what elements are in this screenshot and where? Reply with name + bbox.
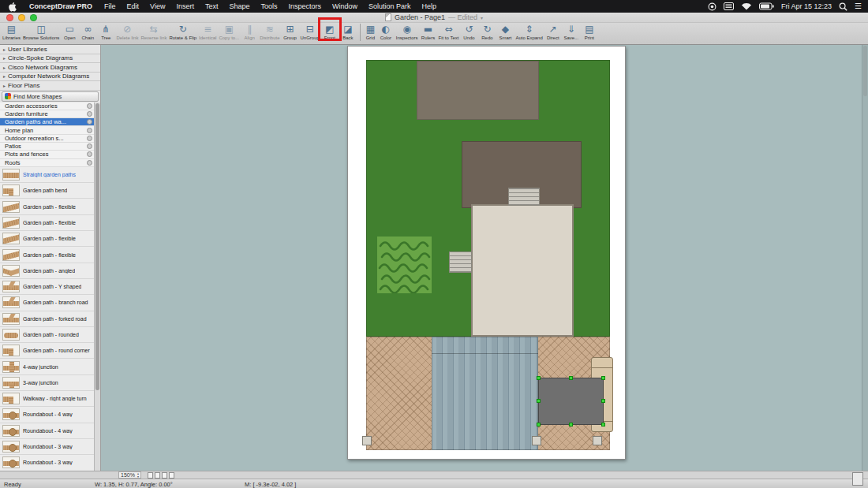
menubar-menu-item[interactable]: Shape: [223, 2, 255, 10]
reverse-link-button[interactable]: ⇆ Reverse link: [140, 24, 166, 41]
delete-link-button[interactable]: ⊘ Delete link: [116, 24, 138, 41]
page-nav-icon[interactable]: [148, 472, 153, 479]
shape-list-item[interactable]: Walkway - right angle turn: [0, 391, 100, 407]
library-list-item[interactable]: Garden paths and wa...: [0, 118, 100, 126]
library-info-icon[interactable]: [87, 136, 92, 141]
color-button[interactable]: ◐ Color: [378, 24, 394, 41]
wifi-icon[interactable]: [741, 2, 752, 10]
patio-post-shape[interactable]: [532, 436, 541, 445]
library-list-item[interactable]: Outdoor recreation s...: [0, 135, 100, 143]
menubar-menu-item[interactable]: Window: [327, 2, 363, 10]
fit-to-text-button[interactable]: ⇔ Fit to Text: [439, 24, 459, 41]
menubar-clock[interactable]: Fri Apr 15 12:23: [781, 2, 832, 10]
library-info-icon[interactable]: [87, 143, 92, 149]
title-chevron-icon[interactable]: ▾: [481, 15, 483, 20]
menubar-menu-item[interactable]: Text: [200, 2, 224, 10]
ungroup-button[interactable]: ⊟ UnGroup: [300, 24, 319, 41]
deck-shape[interactable]: [432, 337, 538, 450]
inspectors-button[interactable]: ◉ Inspectors: [396, 24, 418, 41]
apple-menu[interactable]: [6, 2, 23, 12]
zoom-window-button[interactable]: [30, 14, 37, 21]
building-shape[interactable]: [417, 61, 539, 120]
shape-list-item[interactable]: Garden path - flexible: [0, 247, 100, 263]
menubar-menu-item[interactable]: Solution Park: [363, 2, 417, 10]
disclosure-triangle-icon[interactable]: ▸: [3, 55, 6, 61]
shape-list-item[interactable]: Garden path - flexible: [0, 199, 100, 214]
library-category-row[interactable]: ▸ Computer Network Diagrams: [0, 73, 100, 82]
shape-list-item[interactable]: Garden path - Y shaped: [0, 279, 100, 295]
sidebar-scrollbar[interactable]: [94, 102, 100, 471]
find-more-shapes-button[interactable]: Find More Shapes: [2, 91, 99, 102]
group-button[interactable]: ⊞ Group: [282, 24, 297, 41]
shape-list-item[interactable]: Roundabout - 3 way: [0, 455, 100, 471]
redo-button[interactable]: ↻ Redo: [479, 24, 495, 41]
rotate-flip-button[interactable]: ↻ Rotate & Flip: [169, 24, 196, 41]
menubar-menu-item[interactable]: Edit: [122, 2, 145, 10]
library-info-icon[interactable]: [87, 111, 92, 117]
house-shape[interactable]: [471, 204, 574, 337]
zoom-decrease-icon[interactable]: ▾: [137, 475, 139, 479]
zoom-stepper[interactable]: ▴▾: [137, 472, 139, 479]
library-list-item[interactable]: Roofs: [0, 159, 100, 167]
selection-handle[interactable]: [569, 423, 573, 427]
document-proxy-icon[interactable]: [385, 13, 391, 21]
selection-handle[interactable]: [537, 376, 541, 380]
drawing-canvas[interactable]: [101, 45, 868, 471]
canvas-vertical-scrollbar[interactable]: [862, 45, 868, 471]
shape-list-item[interactable]: Garden path - branch road: [0, 295, 100, 311]
app-menu-title[interactable]: ConceptDraw PRO: [23, 2, 99, 10]
library-list-item[interactable]: Home plan: [0, 126, 100, 134]
disclosure-triangle-icon[interactable]: ▸: [3, 83, 6, 88]
canvas-horizontal-scrollbar[interactable]: [174, 471, 868, 479]
browse-solutions-button[interactable]: ◫ Browse Solutions: [23, 24, 59, 41]
disclosure-triangle-icon[interactable]: ▸: [3, 47, 6, 52]
grid-button[interactable]: ▦ Grid: [360, 24, 376, 41]
stairs-shape[interactable]: [449, 251, 472, 273]
shape-list-item[interactable]: 4-way junction: [0, 359, 100, 374]
shape-list-item[interactable]: Garden path - flexible: [0, 215, 100, 231]
library-category-row[interactable]: ▸ Circle-Spoke Diagrams: [0, 54, 100, 64]
library-list-item[interactable]: Garden furniture: [0, 110, 100, 118]
shape-list-item[interactable]: 3-way junction: [0, 375, 100, 391]
canvas-vertical-scrollbar-thumb[interactable]: [863, 46, 867, 96]
page-nav-icon[interactable]: [162, 472, 167, 479]
screen-record-icon[interactable]: [708, 2, 716, 11]
shape-list-item[interactable]: Garden path - forked road: [0, 311, 100, 327]
print-button[interactable]: ▤ Print: [582, 24, 597, 41]
spotlight-search-icon[interactable]: [839, 2, 847, 11]
shape-list-item[interactable]: Garden path - angled: [0, 263, 100, 279]
library-category-row[interactable]: ▸ Floor Plans: [0, 81, 100, 91]
open-button[interactable]: ▭ Open: [62, 24, 77, 41]
keyboard-viewer-icon[interactable]: [724, 2, 734, 10]
shape-list-item[interactable]: Garden path - round corner: [0, 343, 100, 359]
save-button[interactable]: ⇓ Save...: [563, 24, 579, 41]
auto-expand-button[interactable]: ⇕ Auto Expand: [515, 24, 542, 41]
disclosure-triangle-icon[interactable]: ▸: [3, 73, 6, 79]
chain-button[interactable]: ∞ Chain: [80, 24, 95, 41]
shape-list-item[interactable]: Garden path bend: [0, 183, 100, 199]
align-button[interactable]: ∥ Align: [241, 24, 257, 41]
front-button[interactable]: ◩ Front: [322, 24, 338, 41]
library-info-icon[interactable]: [87, 119, 92, 125]
shape-list-item[interactable]: Roundabout - 4 way: [0, 423, 100, 439]
stairs-shape[interactable]: [508, 188, 540, 206]
library-category-row[interactable]: ▸ User Libraries: [0, 45, 100, 54]
library-category-row[interactable]: ▸ Cisco Network Diagrams: [0, 63, 100, 73]
menubar-menu-item[interactable]: View: [144, 2, 170, 10]
copy-to-button[interactable]: ▣ Copy to...: [219, 24, 239, 41]
selection-handle[interactable]: [601, 423, 605, 427]
battery-icon[interactable]: [759, 2, 774, 10]
patio-post-shape[interactable]: [593, 436, 602, 445]
distribute-button[interactable]: ≋ Distribute: [260, 24, 279, 41]
shape-list-item[interactable]: Garden path - flexible: [0, 231, 100, 247]
shape-list-item[interactable]: Roundabout - 4 way: [0, 407, 100, 423]
library-info-icon[interactable]: [87, 151, 92, 157]
menubar-menu-item[interactable]: Tools: [255, 2, 282, 10]
patio-post-shape[interactable]: [362, 436, 372, 445]
shape-list-item[interactable]: Straight garden paths: [0, 167, 100, 183]
identical-button[interactable]: ≡ Identical: [199, 24, 216, 41]
library-list-item[interactable]: Garden accessories: [0, 102, 100, 110]
smart-button[interactable]: ◆ Smart: [497, 24, 513, 41]
selection-handle[interactable]: [537, 399, 541, 403]
page-nav-icon[interactable]: [155, 472, 160, 479]
